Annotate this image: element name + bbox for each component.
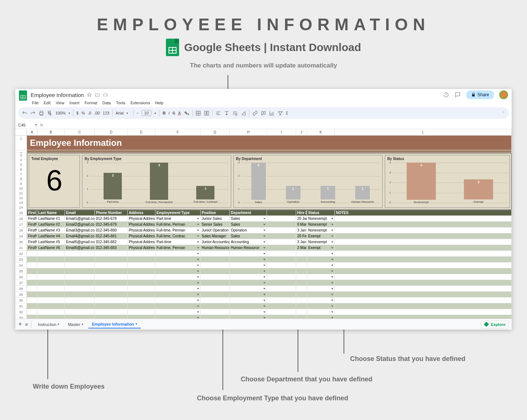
table-cell[interactable]: Physical Address #6 — [128, 245, 155, 250]
strike-button[interactable]: S — [173, 111, 175, 115]
table-cell[interactable]: Email2@gmail.com — [65, 222, 95, 227]
table-cell[interactable]: LastName #3 — [37, 228, 65, 233]
cell[interactable] — [267, 286, 296, 291]
cell[interactable] — [37, 268, 65, 274]
table-cell[interactable]: Part-time — [155, 239, 201, 245]
table-cell[interactable]: LastName #4 — [37, 233, 65, 239]
table-cell[interactable] — [335, 222, 512, 227]
paint-format-icon[interactable] — [47, 110, 53, 116]
grid-area[interactable]: ABCDEFGHIJKL 1Employee Information234567… — [15, 129, 512, 329]
table-cell[interactable]: Senior Sales — [201, 222, 230, 227]
table-cell[interactable]: Email6@gmail.com — [65, 245, 95, 250]
cell[interactable] — [296, 298, 307, 303]
row-header[interactable]: 24 — [15, 262, 27, 268]
sheet-tab-instruction[interactable]: Instruction ▾ — [34, 320, 63, 328]
table-header[interactable] — [267, 210, 296, 215]
table-cell[interactable]: Exempt — [307, 245, 335, 250]
cell[interactable] — [27, 303, 37, 309]
row-header[interactable]: 28 — [15, 286, 27, 291]
table-cell[interactable]: 20 Feb 2022 — [296, 233, 307, 239]
cell[interactable] — [335, 286, 512, 291]
row-header[interactable]: 2 — [15, 150, 27, 153]
table-cell[interactable] — [335, 233, 512, 239]
cell[interactable] — [128, 303, 155, 309]
print-icon[interactable] — [39, 110, 44, 116]
table-cell[interactable]: Sales — [230, 222, 267, 227]
font-size-increase[interactable]: + — [154, 111, 156, 115]
table-cell[interactable]: FirstName #5 — [27, 239, 37, 245]
cell[interactable] — [37, 298, 65, 303]
table-header[interactable]: Status — [307, 210, 335, 215]
cell[interactable] — [128, 286, 155, 291]
table-cell[interactable]: Junior Operation — [201, 228, 230, 233]
cell[interactable] — [307, 309, 335, 315]
table-cell[interactable]: Exempt — [307, 233, 335, 239]
row-header[interactable]: 25 — [15, 268, 27, 274]
cell[interactable] — [95, 303, 128, 309]
col-header-K[interactable]: K — [307, 129, 335, 135]
table-header[interactable]: Employement Type — [155, 210, 201, 215]
cell[interactable] — [27, 280, 37, 285]
menu-format[interactable]: Format — [85, 101, 97, 105]
table-cell[interactable]: 012-345-678 — [95, 216, 128, 221]
functions-button[interactable]: Σ — [286, 111, 288, 115]
row-header[interactable]: 26 — [15, 274, 27, 280]
table-header[interactable]: NOTES — [335, 210, 512, 215]
cell[interactable] — [128, 268, 155, 274]
table-cell[interactable] — [335, 216, 512, 221]
table-cell[interactable]: Full-time, Perman — [155, 245, 201, 250]
table-cell[interactable]: Nonexempt — [307, 222, 335, 227]
cell[interactable] — [65, 251, 95, 256]
table-cell[interactable]: Physical Address #4 — [128, 233, 155, 239]
cell[interactable] — [201, 251, 230, 256]
table-cell[interactable]: Human Resource Manager — [201, 245, 230, 250]
table-cell[interactable] — [267, 228, 296, 233]
row-header[interactable]: 15 — [15, 210, 27, 215]
row-header[interactable]: 17 — [15, 222, 27, 227]
cell[interactable] — [307, 298, 335, 303]
cell[interactable] — [128, 292, 155, 297]
table-cell[interactable] — [335, 228, 512, 233]
cell[interactable] — [65, 274, 95, 280]
cell[interactable] — [230, 257, 267, 262]
table-cell[interactable]: Accounting — [230, 239, 267, 245]
cell[interactable] — [267, 298, 296, 303]
cell[interactable] — [95, 292, 128, 297]
cell[interactable] — [128, 262, 155, 268]
cell[interactable] — [128, 257, 155, 262]
table-cell[interactable]: Physical Address #3 — [128, 228, 155, 233]
cell[interactable] — [128, 274, 155, 280]
cell[interactable] — [95, 274, 128, 280]
valign-icon[interactable] — [224, 110, 229, 116]
cell[interactable] — [128, 280, 155, 285]
col-header-L[interactable]: L — [335, 129, 512, 135]
sheet-tab-master[interactable]: Master ▾ — [64, 320, 87, 328]
row-header[interactable]: 27 — [15, 280, 27, 285]
rotate-icon[interactable] — [241, 110, 246, 116]
cell[interactable] — [296, 257, 307, 262]
link-icon[interactable] — [252, 110, 258, 116]
cell[interactable] — [201, 257, 230, 262]
cell[interactable] — [296, 268, 307, 274]
cell[interactable] — [230, 292, 267, 297]
cell[interactable] — [267, 292, 296, 297]
table-header[interactable]: Phone Number — [95, 210, 128, 215]
menu-insert[interactable]: Insert — [69, 101, 80, 105]
table-cell[interactable]: Part-time — [155, 216, 201, 221]
cell[interactable] — [335, 257, 512, 262]
table-header[interactable]: Hire Date — [296, 210, 307, 215]
cell[interactable] — [155, 262, 201, 268]
cell[interactable] — [335, 309, 512, 315]
cell[interactable] — [65, 280, 95, 285]
table-cell[interactable]: 3 Jan 2017 — [296, 239, 307, 245]
cell[interactable] — [296, 251, 307, 256]
cell[interactable] — [37, 251, 65, 256]
halign-icon[interactable] — [216, 110, 221, 116]
cell[interactable] — [37, 303, 65, 309]
star-icon[interactable] — [87, 92, 92, 97]
cell[interactable] — [37, 257, 65, 262]
cell[interactable] — [335, 303, 512, 309]
table-cell[interactable]: Email5@gmail.com — [65, 239, 95, 245]
table-cell[interactable]: FirstName #3 — [27, 228, 37, 233]
table-cell[interactable] — [267, 233, 296, 239]
